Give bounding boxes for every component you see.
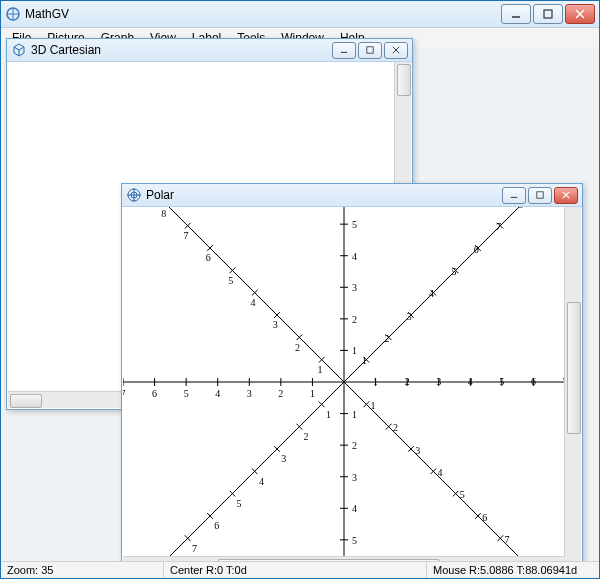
svg-text:4: 4 [250,297,255,308]
svg-rect-16 [537,192,543,198]
svg-text:5: 5 [499,376,504,387]
svg-text:2: 2 [352,440,357,451]
svg-line-34 [344,207,565,382]
window-polar-titlebar[interactable]: Polar [122,184,582,207]
svg-text:5: 5 [237,498,242,509]
svg-text:7: 7 [496,221,501,232]
svg-text:1: 1 [317,364,322,375]
svg-text:1: 1 [371,400,376,411]
svg-text:6: 6 [152,388,157,399]
svg-line-94 [123,382,344,557]
maximize-button[interactable] [533,4,563,24]
svg-text:6: 6 [474,244,479,255]
app-icon [5,6,21,22]
svg-text:5: 5 [460,489,465,500]
svg-text:2: 2 [278,388,283,399]
svg-text:2: 2 [295,342,300,353]
svg-text:3: 3 [352,282,357,293]
svg-text:5: 5 [228,275,233,286]
svg-rect-4 [544,10,552,18]
statusbar: Zoom: 35 Center R:0 T:0d Mouse R:5.0886 … [1,561,599,578]
svg-text:4: 4 [429,288,434,299]
polar-plot: 1234567123456781234512345678123456712345… [123,207,565,557]
svg-text:4: 4 [352,503,357,514]
status-center: Center R:0 T:0d [164,562,427,578]
window-polar[interactable]: Polar 1234567123456781234512345678123456… [121,183,583,575]
app-title: MathGV [25,7,501,21]
svg-text:3: 3 [407,311,412,322]
window-3d-titlebar[interactable]: 3D Cartesian [7,39,412,62]
svg-text:5: 5 [352,535,357,546]
app-window: MathGV File Picture Graph View Label Too… [0,0,600,579]
cube-icon [11,42,27,58]
svg-text:3: 3 [247,388,252,399]
svg-text:3: 3 [436,376,441,387]
status-zoom: Zoom: 35 [1,562,164,578]
svg-text:1: 1 [326,409,331,420]
svg-text:3: 3 [281,453,286,464]
svg-text:7: 7 [123,388,126,399]
svg-text:7: 7 [192,543,197,554]
app-titlebar[interactable]: MathGV [1,1,599,28]
vscroll-thumb[interactable] [567,302,581,434]
window-3d-maximize-button[interactable] [358,42,382,59]
svg-text:5: 5 [184,388,189,399]
close-button[interactable] [565,4,595,24]
window-polar-title: Polar [146,188,502,202]
window-polar-minimize-button[interactable] [502,187,526,204]
window-3d-close-button[interactable] [384,42,408,59]
window-polar-close-button[interactable] [554,187,578,204]
svg-text:4: 4 [468,376,473,387]
svg-text:8: 8 [161,208,166,219]
window-polar-maximize-button[interactable] [528,187,552,204]
hscroll-thumb[interactable] [10,394,42,408]
svg-text:6: 6 [214,520,219,531]
svg-line-122 [344,382,565,557]
svg-text:2: 2 [304,431,309,442]
vscroll-thumb[interactable] [397,64,411,96]
svg-text:4: 4 [352,251,357,262]
mdi-client-area: 3D Cartesian Polar [1,48,599,562]
svg-text:4: 4 [215,388,220,399]
svg-line-62 [123,207,344,382]
svg-text:2: 2 [352,314,357,325]
svg-text:6: 6 [206,252,211,263]
svg-text:3: 3 [415,445,420,456]
svg-text:1: 1 [362,355,367,366]
window-3d-title: 3D Cartesian [31,43,332,57]
svg-text:6: 6 [482,512,487,523]
svg-text:4: 4 [438,467,443,478]
window-polar-body: 1234567123456781234512345678123456712345… [123,207,581,573]
vscrollbar-polar[interactable] [564,207,581,557]
svg-text:1: 1 [373,376,378,387]
svg-text:1: 1 [352,345,357,356]
svg-text:8: 8 [518,207,523,210]
svg-text:4: 4 [259,476,264,487]
svg-text:2: 2 [393,422,398,433]
minimize-button[interactable] [501,4,531,24]
svg-text:5: 5 [352,219,357,230]
window-3d-minimize-button[interactable] [332,42,356,59]
svg-text:1: 1 [310,388,315,399]
polar-icon [126,187,142,203]
svg-text:2: 2 [405,376,410,387]
status-mouse: Mouse R:5.0886 T:88.06941d [427,562,599,578]
svg-text:1: 1 [352,409,357,420]
svg-text:7: 7 [183,230,188,241]
svg-text:7: 7 [505,534,510,545]
svg-text:3: 3 [273,319,278,330]
svg-text:3: 3 [352,472,357,483]
svg-text:5: 5 [451,266,456,277]
svg-text:6: 6 [531,376,536,387]
svg-rect-8 [367,47,373,53]
svg-text:2: 2 [384,333,389,344]
